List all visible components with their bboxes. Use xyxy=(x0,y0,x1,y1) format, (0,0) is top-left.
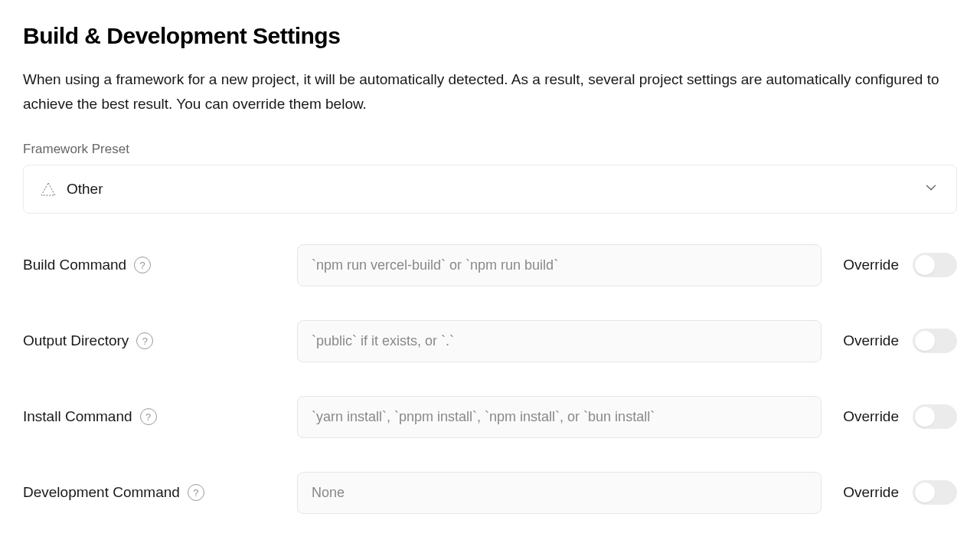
framework-preset-value: Other xyxy=(67,181,103,198)
build-command-input[interactable] xyxy=(297,244,822,286)
output-directory-input[interactable] xyxy=(297,320,822,362)
build-command-label: Build Command xyxy=(23,257,126,273)
toggle-thumb xyxy=(915,331,935,351)
toggle-thumb xyxy=(915,483,935,502)
override-label: Override xyxy=(843,484,899,501)
page-title: Build & Development Settings xyxy=(23,23,957,49)
help-icon[interactable]: ? xyxy=(134,257,151,273)
svg-marker-0 xyxy=(41,183,55,195)
chevron-down-icon xyxy=(923,179,939,199)
page-description: When using a framework for a new project… xyxy=(23,67,957,117)
development-command-label: Development Command xyxy=(23,484,180,501)
override-label: Override xyxy=(843,257,899,273)
install-command-row: Install Command ? Override xyxy=(23,396,957,438)
output-directory-label: Output Directory xyxy=(23,332,129,349)
framework-preset-select[interactable]: Other xyxy=(23,165,957,214)
help-icon[interactable]: ? xyxy=(140,408,157,425)
framework-icon xyxy=(41,182,56,196)
framework-preset-label: Framework Preset xyxy=(23,142,957,157)
development-command-override-toggle[interactable] xyxy=(913,480,957,505)
help-icon[interactable]: ? xyxy=(188,484,204,501)
override-label: Override xyxy=(843,332,899,349)
toggle-thumb xyxy=(915,255,935,275)
install-command-label: Install Command xyxy=(23,408,132,425)
development-command-input[interactable] xyxy=(297,472,822,514)
override-label: Override xyxy=(843,408,899,425)
build-command-row: Build Command ? Override xyxy=(23,244,957,286)
toggle-thumb xyxy=(915,407,935,427)
output-directory-override-toggle[interactable] xyxy=(913,329,957,353)
install-command-override-toggle[interactable] xyxy=(913,404,957,429)
install-command-input[interactable] xyxy=(297,396,822,438)
help-icon[interactable]: ? xyxy=(136,332,153,349)
development-command-row: Development Command ? Override xyxy=(23,472,957,514)
build-command-override-toggle[interactable] xyxy=(913,253,957,277)
output-directory-row: Output Directory ? Override xyxy=(23,320,957,362)
